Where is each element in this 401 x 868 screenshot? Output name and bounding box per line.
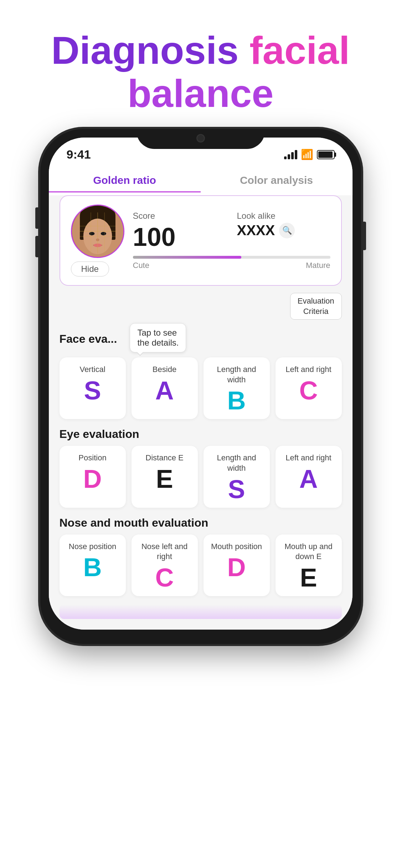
look-alike-col: Look alike XXXX 🔍 [237,211,330,252]
score-card: Hide Score 100 Look alike XXXX [60,195,342,286]
eval-card-beside[interactable]: Beside A [132,357,198,419]
power-button[interactable] [362,222,366,250]
face-svg [72,205,123,258]
eval-card-nose-position[interactable]: Nose position B [60,534,126,596]
face-eval-title: Face eva... [60,332,117,346]
front-camera [196,134,205,143]
nose-mouth-eval-grid: Nose position B Nose left and right C Mo… [60,534,342,596]
svg-point-6 [89,232,94,236]
eval-card-mouth-up-down[interactable]: Mouth up and down E E [276,534,342,596]
hide-button[interactable]: Hide [71,262,109,277]
eval-card-label: Beside [153,365,176,375]
face-evaluation-section: Face eva... Tap to seethe details. Verti… [60,323,342,419]
phone-shell: 9:41 📶 Golden ratio Colo [40,129,361,644]
face-eval-grid: Vertical S Beside A Length and width B [60,357,342,419]
avatar-wrap: Hide [71,205,124,277]
nose-mouth-evaluation-section: Nose and mouth evaluation Nose position … [60,516,342,596]
battery-icon [317,150,335,159]
eval-card-grade: B [83,554,102,580]
tab-color-analysis[interactable]: Color analysis [201,171,353,192]
eval-card-distance[interactable]: Distance E E [132,446,198,507]
eval-criteria-button[interactable]: EvaluationCriteria [290,293,342,320]
score-info: Score 100 Look alike XXXX 🔍 [133,211,330,270]
eval-card-label: Left and right [286,453,331,463]
wifi-icon: 📶 [301,149,313,160]
tooltip-bubble: Tap to seethe details. [130,323,186,352]
eval-card-length-width[interactable]: Length and width B [204,357,270,419]
bar-fill [133,256,242,259]
signal-icon [284,150,297,159]
look-alike-name: XXXX [237,222,275,238]
eval-card-grade: E [156,466,173,492]
eval-card-grade: D [227,554,246,580]
nose-mouth-eval-title: Nose and mouth evaluation [60,516,342,529]
look-alike-label: Look alike [237,211,330,221]
eval-card-label: Distance E [145,453,183,463]
eval-card-label: Nose left and right [137,542,192,562]
eval-card-eye-left-right[interactable]: Left and right A [276,446,342,507]
eval-card-grade: B [227,388,246,413]
avatar [71,205,124,258]
eval-card-label: Length and width [209,365,264,385]
eval-card-label: Vertical [79,365,105,375]
face-eval-header: Face eva... Tap to seethe details. [60,323,342,352]
tab-bar: Golden ratio Color analysis [49,165,353,195]
bar-labels: Cute Mature [133,261,330,270]
bottom-gradient [60,605,342,619]
eval-card-label: Nose position [69,542,116,552]
bar-track [133,256,330,259]
status-icons: 📶 [284,149,335,160]
volume-up-button[interactable] [35,207,40,229]
eval-card-grade: C [155,565,174,590]
score-col: Score 100 [133,211,226,252]
notch [137,129,265,149]
svg-point-7 [101,232,106,236]
bar-label-cute: Cute [133,261,149,270]
page-wrapper: Diagnosis facial balance 9:41 [0,0,401,868]
eval-card-mouth-position[interactable]: Mouth position D [204,534,270,596]
eval-card-label: Length and width [209,453,264,473]
eye-eval-grid: Position D Distance E E Length and width… [60,446,342,507]
cuteness-bar: Cute Mature [133,256,330,270]
eval-card-position[interactable]: Position D [60,446,126,507]
volume-down-button[interactable] [35,236,40,257]
score-row: Score 100 Look alike XXXX 🔍 [133,211,330,252]
status-time: 9:41 [67,148,91,161]
eval-card-eye-length-width[interactable]: Length and width S [204,446,270,507]
eval-card-grade: D [83,466,102,492]
eval-card-label: Left and right [286,365,331,375]
score-value: 100 [133,222,226,252]
eval-card-grade: S [228,476,245,502]
eye-eval-title: Eye evaluation [60,428,342,441]
headline-word-balance: balance [128,71,274,115]
headline-word-diagnosis: Diagnosis [51,28,250,72]
headline-block: Diagnosis facial balance [30,0,371,129]
phone-screen: 9:41 📶 Golden ratio Colo [49,138,353,630]
eval-card-grade: A [299,466,318,492]
eval-card-label: Mouth up and down E [281,542,336,562]
screen-content: Hide Score 100 Look alike XXXX [49,195,353,630]
score-label: Score [133,211,226,221]
eval-criteria-wrap: EvaluationCriteria [60,293,342,320]
tab-golden-ratio[interactable]: Golden ratio [49,171,201,192]
eval-card-vertical[interactable]: Vertical S [60,357,126,419]
eval-card-grade: A [155,378,174,403]
eval-card-grade: S [84,378,101,403]
eval-card-left-right[interactable]: Left and right C [276,357,342,419]
eval-card-label: Position [78,453,106,463]
headline-word-facial: facial [250,28,350,72]
search-icon[interactable]: 🔍 [279,223,295,238]
eval-card-label: Mouth position [211,542,262,552]
eye-evaluation-section: Eye evaluation Position D Distance E E L… [60,428,342,507]
look-alike-row: XXXX 🔍 [237,222,330,238]
eval-card-grade: C [299,378,318,403]
eval-card-nose-left-right[interactable]: Nose left and right C [132,534,198,596]
eval-card-grade: E [300,565,317,590]
bar-label-mature: Mature [306,261,330,270]
